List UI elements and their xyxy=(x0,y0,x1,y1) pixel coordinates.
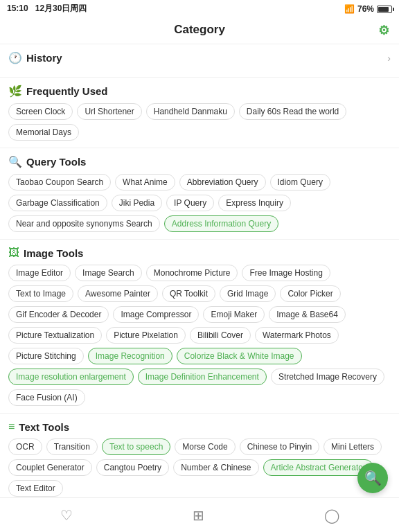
tag-item[interactable]: Picture Textualization xyxy=(8,327,102,344)
tag-item[interactable]: Memorial Days xyxy=(8,124,79,141)
chevron-right-icon: › xyxy=(387,53,391,64)
section-frequently-used: 🌿Frequently UsedScreen ClockUrl Shortene… xyxy=(0,78,399,148)
section-title-frequently-used: Frequently Used xyxy=(26,85,108,97)
tag-item[interactable]: IP Query xyxy=(166,195,214,211)
tag-item[interactable]: Image resolution enlargement xyxy=(8,369,134,385)
section-header-query-tools: 🔍Query Tools xyxy=(8,155,391,168)
tag-item[interactable]: Text Editor xyxy=(8,480,63,497)
tag-item[interactable]: Text to Image xyxy=(8,285,73,302)
tag-item[interactable]: Chinese to Pinyin xyxy=(240,438,319,455)
tag-item[interactable]: Picture Stitching xyxy=(8,348,84,364)
tag-item[interactable]: Transition xyxy=(46,438,98,455)
tag-item[interactable]: Gif Encoder & Decoder xyxy=(8,306,109,323)
tag-item[interactable]: Image Editor xyxy=(8,265,71,281)
section-image-tools: 🖼Image ToolsImage EditorImage SearchMono… xyxy=(0,240,399,414)
status-right: 📶 76% xyxy=(344,4,392,14)
tag-item[interactable]: Url Shortener xyxy=(77,103,141,120)
tag-item[interactable]: Jiki Pedia xyxy=(112,195,162,211)
tag-item[interactable]: Abbreviation Query xyxy=(179,174,266,190)
nav-home[interactable]: ⊞ xyxy=(193,507,204,524)
section-header-history: 🕐History› xyxy=(8,51,391,64)
tag-item[interactable]: Image Search xyxy=(75,265,142,281)
section-title-query-tools: Query Tools xyxy=(26,156,86,168)
tags-query-tools: Taobao Coupon SearchWhat AnimeAbbreviati… xyxy=(8,174,391,232)
nav-favorites[interactable]: ♡ xyxy=(60,507,73,524)
tag-item[interactable]: Image Definition Enhancement xyxy=(138,369,267,385)
tag-item[interactable]: Image Recognition xyxy=(88,348,172,364)
section-icon-history: 🕐 xyxy=(8,51,22,64)
section-icon-image-tools: 🖼 xyxy=(8,247,19,259)
status-time-date: 15:10 12月30日周四 xyxy=(7,3,87,15)
section-header-image-tools: 🖼Image Tools xyxy=(8,247,391,259)
section-title-history: History xyxy=(26,52,62,64)
section-title-image-tools: Image Tools xyxy=(24,247,83,259)
tag-item[interactable]: Screen Clock xyxy=(8,103,73,120)
tag-item[interactable]: Number & Chinese xyxy=(173,459,258,476)
section-query-tools: 🔍Query ToolsTaobao Coupon SearchWhat Ani… xyxy=(0,148,399,240)
tag-item[interactable]: Morse Code xyxy=(175,438,235,455)
tag-item[interactable]: Garbage Classification xyxy=(8,195,107,211)
search-fab[interactable]: 🔍 xyxy=(357,463,388,493)
tag-item[interactable]: Bilibili Cover xyxy=(190,327,251,344)
battery-percent: 76% xyxy=(357,4,374,14)
tag-item[interactable]: Image & Base64 xyxy=(269,306,346,323)
tag-item[interactable]: Face Fusion (AI) xyxy=(8,389,85,406)
section-history: 🕐History› xyxy=(0,44,399,78)
tag-item[interactable]: Watermark Photos xyxy=(255,327,339,344)
battery-icon xyxy=(377,4,392,14)
tags-frequently-used: Screen ClockUrl ShortenerHandheld Danmak… xyxy=(8,103,391,141)
tag-item[interactable]: Picture Pixelation xyxy=(106,327,186,344)
tag-item[interactable]: Text to speech xyxy=(102,438,170,455)
heart-icon: ♡ xyxy=(60,507,73,524)
grid-icon: ⊞ xyxy=(193,507,204,524)
nav-profile[interactable]: ◯ xyxy=(324,507,339,524)
tags-text-tools: OCRTransitionText to speechMorse CodeChi… xyxy=(8,438,391,497)
settings-icon[interactable]: ⚙ xyxy=(378,23,389,38)
tag-item[interactable]: Article Abstract Generator xyxy=(263,459,373,476)
section-icon-query-tools: 🔍 xyxy=(8,155,22,168)
tag-item[interactable]: Taobao Coupon Search xyxy=(8,174,111,190)
tag-item[interactable]: OCR xyxy=(8,438,42,455)
section-header-text-tools: ≡Text Tools xyxy=(8,420,391,433)
tag-item[interactable]: Grid Image xyxy=(220,285,276,302)
tag-item[interactable]: Near and opposite synonyms Search xyxy=(8,215,160,232)
section-header-frequently-used: 🌿Frequently Used xyxy=(8,85,391,98)
status-bar: 15:10 12月30日周四 📶 76% xyxy=(0,0,399,17)
section-icon-frequently-used: 🌿 xyxy=(8,85,22,98)
section-title-text-tools: Text Tools xyxy=(19,421,69,433)
tag-item[interactable]: Handheld Danmaku xyxy=(146,103,235,120)
tag-item[interactable]: Daily 60s Read the world xyxy=(239,103,346,120)
tag-item[interactable]: Mini Letters xyxy=(323,438,382,455)
section-icon-text-tools: ≡ xyxy=(8,420,15,433)
status-time: 15:10 xyxy=(7,3,28,13)
status-date: 12月30日周四 xyxy=(35,3,87,13)
tag-item[interactable]: QR Toolkit xyxy=(162,285,215,302)
tag-item[interactable]: Monochrome Picture xyxy=(146,265,238,281)
bottom-navigation: ♡ ⊞ ◯ xyxy=(0,497,399,532)
tag-item[interactable]: Stretched Image Recovery xyxy=(271,369,384,385)
scroll-area: 🕐History›🌿Frequently UsedScreen ClockUrl… xyxy=(0,44,399,532)
tag-item[interactable]: Address Information Query xyxy=(164,215,278,232)
page-title: Category xyxy=(174,23,225,36)
tag-item[interactable]: Free Image Hosting xyxy=(242,265,330,281)
tag-item[interactable]: What Anime xyxy=(115,174,175,190)
tags-image-tools: Image EditorImage SearchMonochrome Pictu… xyxy=(8,265,391,406)
wifi-icon: 📶 xyxy=(344,4,355,14)
tag-item[interactable]: Awesome Painter xyxy=(78,285,158,302)
tag-item[interactable]: Express Inquiry xyxy=(218,195,291,211)
tag-item[interactable]: Color Picker xyxy=(280,285,340,302)
page-header: Category ⚙ xyxy=(0,17,399,44)
tag-item[interactable]: Emoji Maker xyxy=(203,306,265,323)
tag-item[interactable]: Cangtou Poetry xyxy=(96,459,169,476)
tag-item[interactable]: Couplet Generator xyxy=(8,459,92,476)
person-icon: ◯ xyxy=(324,507,339,524)
tag-item[interactable]: Colorize Black & White Image xyxy=(177,348,302,364)
tag-item[interactable]: Idiom Query xyxy=(270,174,330,190)
section-text-tools: ≡Text ToolsOCRTransitionText to speechMo… xyxy=(0,414,399,504)
tag-item[interactable]: Image Compressor xyxy=(113,306,199,323)
